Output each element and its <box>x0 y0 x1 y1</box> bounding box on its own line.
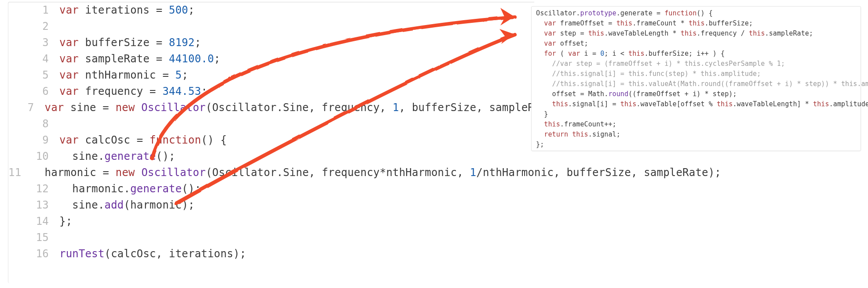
line-number: 12 <box>8 181 59 197</box>
snippet-line: //var step = (frameOffset + i) * this.cy… <box>532 59 861 69</box>
line-number: 6 <box>8 83 59 100</box>
code-line[interactable]: 10 sine.generate(); <box>8 148 534 165</box>
line-number: 4 <box>8 51 59 67</box>
code-line[interactable]: 13 sine.add(harmonic); <box>8 197 534 213</box>
line-content[interactable]: sine.generate(); <box>59 148 175 165</box>
line-number: 16 <box>8 246 59 262</box>
snippet-line: } <box>532 109 861 119</box>
code-line[interactable]: 15 <box>8 230 534 246</box>
line-number: 14 <box>8 213 59 230</box>
snippet-line: for ( var i = 0; i < this.bufferSize; i+… <box>532 49 861 59</box>
line-number: 13 <box>8 197 59 213</box>
code-line[interactable]: 11 harmonic = new Oscillator(Oscillator.… <box>8 165 534 181</box>
snippet-line: this.signal[i] = this.waveTable[offset %… <box>532 99 861 109</box>
snippet-line: Oscillator.prototype.generate = function… <box>532 8 861 18</box>
line-number: 1 <box>8 2 59 18</box>
snippet-line: }; <box>532 140 861 150</box>
line-number: 9 <box>8 132 59 148</box>
code-line[interactable]: 1var iterations = 500; <box>8 2 534 18</box>
line-content[interactable]: harmonic = new Oscillator(Oscillator.Sin… <box>32 165 721 181</box>
code-line[interactable]: 6var frequency = 344.53; <box>8 83 534 100</box>
code-line[interactable]: 9var calcOsc = function() { <box>8 132 534 148</box>
snippet-line: this.frameCount++; <box>532 119 861 130</box>
code-editor-main[interactable]: 1var iterations = 500;23var bufferSize =… <box>8 2 534 283</box>
line-number: 15 <box>8 230 59 246</box>
code-line[interactable]: 2 <box>8 18 534 35</box>
line-content[interactable]: var frequency = 344.53; <box>59 83 208 100</box>
snippet-line: var offset; <box>532 39 861 49</box>
line-content[interactable]: sine.add(harmonic); <box>59 197 195 213</box>
line-content[interactable]: harmonic.generate(); <box>59 181 201 197</box>
snippet-line: var step = this.waveTableLength * this.f… <box>532 29 861 39</box>
line-content[interactable]: var nthHarmonic = 5; <box>59 67 188 83</box>
snippet-line: var frameOffset = this.frameCount * this… <box>532 18 861 29</box>
snippet-line: //this.signal[i] = this.valueAt(Math.rou… <box>532 79 861 89</box>
line-content[interactable]: var sine = new Oscillator(Oscillator.Sin… <box>45 100 535 116</box>
line-number: 11 <box>8 165 32 181</box>
line-content[interactable]: var bufferSize = 8192; <box>59 35 201 51</box>
line-number: 10 <box>8 148 59 165</box>
line-number: 5 <box>8 67 59 83</box>
line-number: 3 <box>8 35 59 51</box>
code-line[interactable]: 7var sine = new Oscillator(Oscillator.Si… <box>8 100 534 116</box>
code-line[interactable]: 3var bufferSize = 8192; <box>8 35 534 51</box>
line-content[interactable]: var iterations = 500; <box>59 2 195 18</box>
line-content[interactable]: }; <box>59 213 72 230</box>
code-line[interactable]: 5var nthHarmonic = 5; <box>8 67 534 83</box>
code-line[interactable]: 14}; <box>8 213 534 230</box>
line-content[interactable]: var sampleRate = 44100.0; <box>59 51 220 67</box>
line-number: 7 <box>8 100 45 116</box>
line-number: 8 <box>8 116 59 132</box>
snippet-line: offset = Math.round((frameOffset + i) * … <box>532 89 861 99</box>
code-snippet-inset: Oscillator.prototype.generate = function… <box>531 6 861 151</box>
line-content[interactable]: var calcOsc = function() { <box>59 132 227 148</box>
page: { "editor": { "lines": [ { "n": "1", "to… <box>0 0 868 288</box>
code-line[interactable]: 8 <box>8 116 534 132</box>
snippet-line: return this.signal; <box>532 130 861 140</box>
line-content[interactable]: runTest(calcOsc, iterations); <box>59 246 246 262</box>
line-number: 2 <box>8 18 59 35</box>
snippet-line: //this.signal[i] = this.func(step) * thi… <box>532 69 861 79</box>
code-line[interactable]: 16runTest(calcOsc, iterations); <box>8 246 534 262</box>
code-line[interactable]: 4var sampleRate = 44100.0; <box>8 51 534 67</box>
code-line[interactable]: 12 harmonic.generate(); <box>8 181 534 197</box>
